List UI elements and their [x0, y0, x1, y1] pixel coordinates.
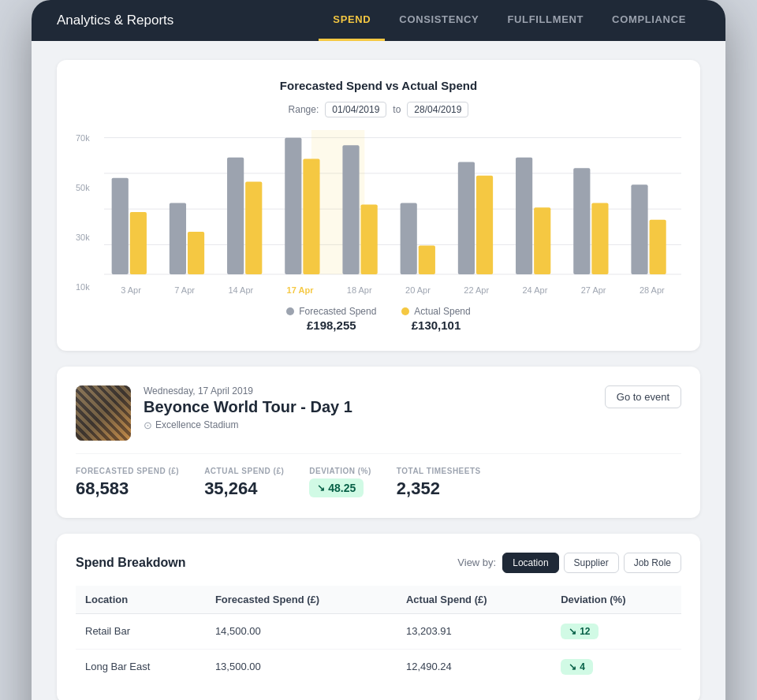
- y-label-30k: 30k: [76, 233, 90, 242]
- event-thumb-inner: [76, 385, 131, 441]
- x-label-17apr: 17 Apr: [287, 285, 314, 295]
- stat-forecasted-value: 68,583: [76, 478, 179, 499]
- x-label-24apr: 24 Apr: [523, 285, 548, 295]
- svg-rect-24: [631, 184, 647, 274]
- view-by-supplier-btn[interactable]: Supplier: [564, 553, 619, 573]
- deviation-value: 48.25: [328, 482, 356, 494]
- legend-forecasted: Forecasted Spend £198,255: [286, 306, 376, 332]
- svg-rect-18: [458, 162, 475, 274]
- breakdown-table: Location Forecasted Spend (£) Actual Spe…: [76, 586, 681, 684]
- svg-rect-15: [361, 204, 378, 274]
- y-label-50k: 50k: [76, 183, 90, 192]
- row1-actual: 13,203.91: [397, 613, 551, 649]
- stat-forecasted-label: FORECASTED SPEND (£): [76, 467, 179, 475]
- col-location: Location: [76, 586, 206, 614]
- chart-legend: Forecasted Spend £198,255 Actual Spend £…: [76, 306, 681, 332]
- row2-deviation-arrow: ↘: [569, 661, 576, 672]
- range-to-input[interactable]: 28/04/2019: [407, 102, 468, 117]
- event-details: Wednesday, 17 April 2019 Beyonce World T…: [144, 385, 352, 431]
- view-by-location-btn[interactable]: Location: [502, 553, 558, 573]
- svg-rect-22: [573, 168, 590, 274]
- actual-amount: £130,101: [412, 318, 461, 332]
- row1-deviation-arrow: ↘: [569, 626, 576, 637]
- svg-rect-17: [419, 245, 435, 274]
- svg-rect-16: [401, 203, 417, 274]
- svg-rect-19: [476, 176, 493, 274]
- tab-consistency[interactable]: CONSISTENCY: [385, 0, 493, 41]
- main-content: Forecasted Spend vs Actual Spend Range: …: [32, 41, 725, 700]
- tab-compliance[interactable]: COMPLIANCE: [598, 0, 700, 41]
- view-by-label: View by:: [457, 557, 496, 568]
- view-by-jobrole-btn[interactable]: Job Role: [624, 553, 681, 573]
- row1-deviation: ↘ 12: [551, 613, 681, 649]
- event-location: ⊙ Excellence Stadium: [144, 419, 352, 431]
- row2-actual: 12,490.24: [397, 649, 551, 684]
- event-stats: FORECASTED SPEND (£) 68,583 ACTUAL SPEND…: [76, 453, 681, 499]
- range-from-input[interactable]: 01/04/2019: [325, 102, 386, 117]
- row2-deviation-badge: ↘ 4: [561, 659, 593, 675]
- x-label-22apr: 22 Apr: [464, 285, 489, 295]
- breakdown-header: Spend Breakdown View by: Location Suppli…: [76, 553, 681, 573]
- legend-actual: Actual Spend £130,101: [401, 306, 470, 332]
- table-row: Retail Bar 14,500.00 13,203.91 ↘ 12: [76, 613, 681, 649]
- event-info-section: Wednesday, 17 April 2019 Beyonce World T…: [76, 385, 352, 441]
- chart-title: Forecasted Spend vs Actual Spend: [76, 79, 681, 92]
- row1-deviation-badge: ↘ 12: [561, 624, 598, 639]
- row2-deviation-value: 4: [580, 661, 585, 672]
- breakdown-card: Spend Breakdown View by: Location Suppli…: [57, 534, 700, 700]
- row2-location: Long Bar East: [76, 649, 206, 684]
- chart-range: Range: 01/04/2019 to 28/04/2019: [76, 102, 681, 117]
- stat-actual-spend: ACTUAL SPEND (£) 35,264: [204, 467, 284, 499]
- stat-deviation-label: DEVIATION (%): [309, 467, 371, 475]
- range-label: Range:: [289, 104, 319, 115]
- x-label-7apr: 7 Apr: [174, 285, 195, 295]
- x-label-28apr: 28 Apr: [640, 285, 665, 295]
- row2-deviation: ↘ 4: [551, 649, 681, 684]
- nav-tabs: SPEND CONSISTENCY FULFILLMENT COMPLIANCE: [319, 0, 700, 41]
- location-icon: ⊙: [144, 419, 152, 431]
- row1-forecasted: 14,500.00: [206, 613, 397, 649]
- col-forecasted: Forecasted Spend (£): [206, 586, 397, 614]
- svg-rect-10: [227, 158, 244, 274]
- svg-rect-12: [285, 138, 301, 274]
- svg-rect-21: [534, 207, 550, 274]
- stat-timesheets-label: TOTAL TIMESHEETS: [397, 467, 481, 475]
- svg-rect-25: [650, 220, 666, 274]
- deviation-arrow-icon: ↘: [317, 482, 325, 493]
- svg-rect-20: [516, 158, 532, 274]
- stat-forecasted-spend: FORECASTED SPEND (£) 68,583: [76, 467, 179, 499]
- col-deviation: Deviation (%): [551, 586, 681, 614]
- event-date: Wednesday, 17 April 2019: [144, 385, 352, 397]
- svg-rect-11: [245, 181, 262, 274]
- table-row: Long Bar East 13,500.00 12,490.24 ↘ 4: [76, 649, 681, 684]
- x-label-14apr: 14 Apr: [228, 285, 253, 295]
- col-actual: Actual Spend (£): [397, 586, 551, 614]
- svg-rect-8: [170, 203, 186, 274]
- page-title: Analytics & Reports: [57, 13, 319, 28]
- view-by-section: View by: Location Supplier Job Role: [457, 553, 681, 573]
- svg-rect-13: [303, 159, 319, 274]
- actual-dot: [401, 307, 409, 315]
- event-name: Beyonce World Tour - Day 1: [144, 398, 352, 416]
- tab-spend[interactable]: SPEND: [319, 0, 385, 41]
- svg-rect-7: [130, 212, 147, 274]
- y-label-70k: 70k: [76, 133, 90, 143]
- tab-fulfillment[interactable]: FULFILLMENT: [493, 0, 598, 41]
- event-card: Wednesday, 17 April 2019 Beyonce World T…: [57, 367, 700, 518]
- x-label-3apr: 3 Apr: [121, 285, 141, 295]
- go-to-event-button[interactable]: Go to event: [605, 385, 681, 408]
- y-label-10k: 10k: [76, 282, 90, 292]
- top-nav: Analytics & Reports SPEND CONSISTENCY FU…: [32, 0, 725, 41]
- forecasted-label: Forecasted Spend: [299, 306, 376, 317]
- event-thumbnail: [76, 385, 131, 441]
- table-header-row: Location Forecasted Spend (£) Actual Spe…: [76, 586, 681, 614]
- stat-deviation: DEVIATION (%) ↘ 48.25: [309, 467, 371, 499]
- svg-rect-9: [188, 232, 204, 274]
- chart-card: Forecasted Spend vs Actual Spend Range: …: [57, 60, 700, 351]
- chart-svg: [104, 130, 681, 282]
- event-location-text: Excellence Stadium: [155, 419, 238, 430]
- stat-timesheets-value: 2,352: [397, 478, 481, 499]
- stat-actual-value: 35,264: [204, 478, 284, 499]
- x-label-20apr: 20 Apr: [405, 285, 431, 295]
- x-labels: 3 Apr 7 Apr 14 Apr 17 Apr 18 Apr 20 Apr …: [104, 282, 681, 295]
